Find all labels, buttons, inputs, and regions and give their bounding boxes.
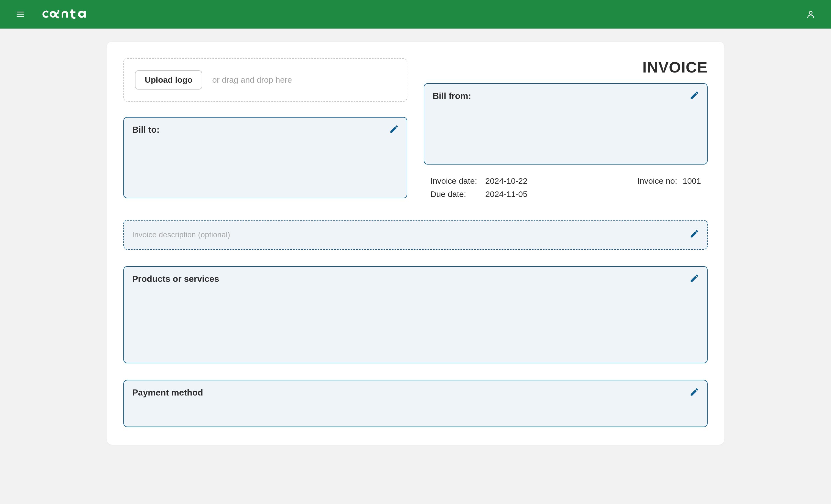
top-bar-left: [14, 8, 89, 21]
invoice-no-value: 1001: [683, 174, 701, 187]
bill-from-label: Bill from:: [433, 91, 699, 101]
top-right-column: INVOICE Bill from: Invoice date: 2024-10…: [424, 58, 708, 201]
invoice-no-label: Invoice no:: [637, 174, 677, 187]
payment-method-panel[interactable]: Payment method: [123, 380, 708, 427]
due-date-row: Due date: 2024-11-05: [430, 187, 527, 201]
invoice-date-value: 2024-10-22: [485, 174, 527, 187]
invoice-meta-right: Invoice no: 1001: [637, 174, 701, 201]
invoice-date-row: Invoice date: 2024-10-22: [430, 174, 527, 187]
pencil-icon[interactable]: [689, 229, 699, 239]
svg-point-4: [51, 12, 54, 16]
page: Upload logo or drag and drop here Bill t…: [0, 29, 831, 471]
upload-logo-button[interactable]: Upload logo: [135, 70, 202, 90]
user-icon[interactable]: [805, 8, 817, 20]
products-label: Products or services: [132, 274, 699, 284]
svg-point-6: [809, 11, 812, 14]
pencil-icon[interactable]: [689, 387, 699, 397]
bill-to-label: Bill to:: [132, 125, 398, 135]
invoice-description-panel[interactable]: Invoice description (optional): [123, 220, 708, 250]
pencil-icon[interactable]: [689, 90, 699, 100]
pencil-icon[interactable]: [689, 273, 699, 283]
bill-from-panel[interactable]: Bill from:: [424, 83, 708, 165]
pencil-icon[interactable]: [389, 124, 399, 134]
invoice-description-placeholder: Invoice description (optional): [132, 231, 699, 239]
upload-hint-text: or drag and drop here: [212, 75, 292, 85]
due-date-value: 2024-11-05: [485, 187, 527, 201]
invoice-meta-left: Invoice date: 2024-10-22 Due date: 2024-…: [430, 174, 527, 201]
logo-upload-dropzone[interactable]: Upload logo or drag and drop here: [123, 58, 407, 101]
invoice-meta: Invoice date: 2024-10-22 Due date: 2024-…: [424, 174, 708, 201]
invoice-title: INVOICE: [424, 58, 708, 76]
due-date-label: Due date:: [430, 187, 480, 201]
brand-logo: [41, 8, 89, 21]
svg-point-5: [57, 10, 59, 12]
top-left-column: Upload logo or drag and drop here Bill t…: [123, 58, 407, 201]
payment-method-label: Payment method: [132, 388, 699, 398]
top-row: Upload logo or drag and drop here Bill t…: [123, 58, 708, 201]
invoice-no-row: Invoice no: 1001: [637, 174, 701, 187]
top-bar: [0, 0, 831, 29]
invoice-card: Upload logo or drag and drop here Bill t…: [107, 42, 724, 445]
invoice-date-label: Invoice date:: [430, 174, 480, 187]
bill-to-panel[interactable]: Bill to:: [123, 117, 407, 198]
products-panel[interactable]: Products or services: [123, 266, 708, 363]
menu-icon[interactable]: [14, 8, 26, 20]
